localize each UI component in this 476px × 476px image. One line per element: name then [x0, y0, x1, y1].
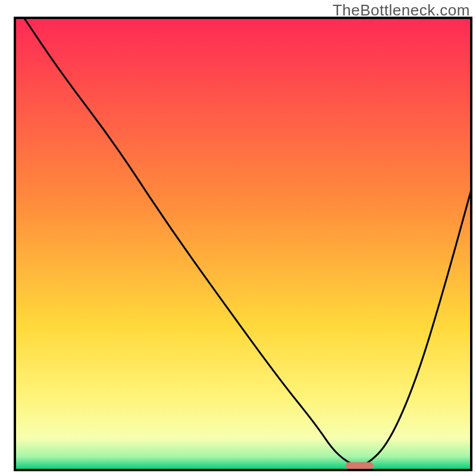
chart-svg	[0, 0, 476, 476]
watermark-text: TheBottleneck.com	[333, 1, 470, 20]
bottleneck-chart: TheBottleneck.com	[0, 0, 476, 476]
chart-background	[15, 18, 471, 470]
optimal-point-marker	[346, 462, 373, 469]
